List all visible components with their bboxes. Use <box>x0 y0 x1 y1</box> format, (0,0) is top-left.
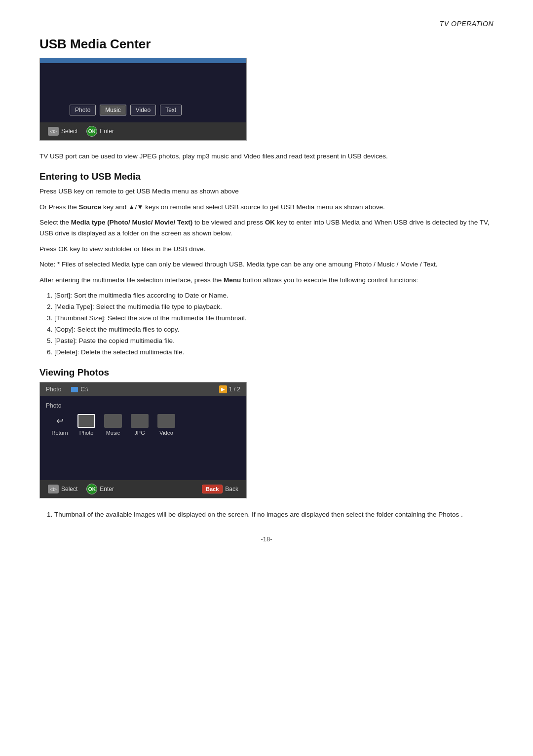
tab-text[interactable]: Text <box>160 105 182 115</box>
path-text: C:\ <box>80 386 88 393</box>
select-control: ◁▷ Select <box>48 127 77 136</box>
entering-para4: Press OK key to view subfolder or files … <box>39 244 494 255</box>
list-item-6: [Delete]: Delete the selected multimedia… <box>54 347 494 358</box>
photo-top-label: Photo <box>46 386 61 393</box>
photo-dpad-icon: ◁▷ <box>48 485 59 493</box>
photo-content: Photo ↩ Return Photo Music JPG <box>40 396 246 480</box>
return-label: Return <box>51 430 68 436</box>
list-item-5: [Paste]: Paste the copied multimedia fil… <box>54 336 494 347</box>
list-item-3: [Thumbnail Size]: Select the size of the… <box>54 313 494 324</box>
video-folder-icon <box>157 414 175 428</box>
tab-music[interactable]: Music <box>100 105 126 115</box>
page-indicator: ▶ 1 / 2 <box>219 385 240 393</box>
viewing-photos-title: Viewing Photos <box>39 367 494 378</box>
photo-path: C:\ <box>71 386 209 393</box>
entering-usb-title: Entering to USB Media <box>39 171 494 182</box>
photo-item-label: Photo <box>79 430 94 436</box>
section-title-usb: USB Media Center <box>39 37 494 52</box>
return-arrow-icon: ↩ <box>56 416 64 426</box>
entering-para3: Select the Media type (Photo/ Music/ Mov… <box>39 217 494 238</box>
folder-icon <box>71 387 78 392</box>
thumbnail-note-text: Thumbnail of the available images will b… <box>54 511 463 518</box>
photo-top-bar: Photo C:\ ▶ 1 / 2 <box>40 382 246 396</box>
usb-media-center-ui: Photo Music Video Text ◁▷ Select OK Ente… <box>39 58 247 141</box>
file-item-jpg[interactable]: JPG <box>131 414 149 436</box>
file-item-return[interactable]: ↩ Return <box>51 414 69 436</box>
page-icon: ▶ <box>219 385 227 393</box>
select-label: Select <box>61 128 77 135</box>
enter-label: Enter <box>100 128 114 135</box>
jpg-folder-icon <box>131 414 149 428</box>
return-folder-icon: ↩ <box>51 414 69 428</box>
photo-folder-label: Photo <box>46 402 240 409</box>
tab-video[interactable]: Video <box>130 105 156 115</box>
photo-enter-label: Enter <box>100 486 114 492</box>
file-items-row: ↩ Return Photo Music JPG Video <box>46 414 240 436</box>
page-header: TV OPERATION <box>39 20 494 28</box>
photo-back-label: Back <box>225 486 238 492</box>
ok-button[interactable]: OK <box>86 126 97 137</box>
back-button[interactable]: Back <box>202 485 223 493</box>
photo-select-control: ◁▷ Select <box>48 485 77 493</box>
photo-enter-control: OK Enter <box>86 484 114 494</box>
list-item-2: [Media Type]: Select the multimedia file… <box>54 302 494 313</box>
list-item-4: [Copy]: Select the multimedia files to c… <box>54 324 494 336</box>
source-bold: Source <box>79 203 102 211</box>
photo-bottom-bar: ◁▷ Select OK Enter Back Back <box>40 480 246 498</box>
viewing-photos-ui: Photo C:\ ▶ 1 / 2 Photo ↩ Return Photo <box>39 382 247 498</box>
file-item-photo[interactable]: Photo <box>77 414 95 436</box>
ok-bold: OK <box>265 219 275 226</box>
media-type-bold: Media type (Photo/ Music/ Movie/ Text) <box>71 219 193 226</box>
header-title: TV OPERATION <box>440 20 494 28</box>
list-item-1: [Sort]: Sort the multimedia files accord… <box>54 290 494 302</box>
usb-ui-content: Photo Music Video Text <box>40 63 246 122</box>
file-item-video[interactable]: Video <box>157 414 175 436</box>
thumbnail-list: Thumbnail of the available images will b… <box>54 509 494 521</box>
photo-folder-icon <box>77 414 95 428</box>
page-number-footer: -18- <box>261 535 272 543</box>
note-line1: Note: * Files of selected Media type can… <box>39 259 494 270</box>
dpad-icon: ◁▷ <box>48 127 59 136</box>
file-item-music[interactable]: Music <box>104 414 122 436</box>
photo-back-control: Back Back <box>202 485 238 493</box>
tab-photo[interactable]: Photo <box>70 105 96 115</box>
page-footer: -18- <box>39 535 494 543</box>
usb-description: TV USB port can be used to view JPEG pho… <box>39 151 494 161</box>
note-line2: After entering the multimedia file selec… <box>39 275 494 286</box>
entering-para1: Press USB key on remote to get USB Media… <box>39 186 494 197</box>
video-item-label: Video <box>159 430 173 436</box>
functions-list: [Sort]: Sort the multimedia files accord… <box>54 290 494 358</box>
music-folder-icon <box>104 414 122 428</box>
entering-para2: Or Press the Source key and ▲/▼ keys on … <box>39 202 494 213</box>
usb-ui-top-bar <box>40 58 246 63</box>
photo-select-label: Select <box>61 486 77 492</box>
enter-control: OK Enter <box>86 126 114 137</box>
thumbnail-note-item: Thumbnail of the available images will b… <box>54 509 494 521</box>
music-item-label: Music <box>106 430 120 436</box>
menu-bold: Menu <box>224 276 241 284</box>
photo-ok-button[interactable]: OK <box>86 484 97 494</box>
jpg-item-label: JPG <box>134 430 145 436</box>
usb-ui-bottom-bar: ◁▷ Select OK Enter <box>40 122 246 140</box>
page-number: 1 / 2 <box>229 386 240 393</box>
